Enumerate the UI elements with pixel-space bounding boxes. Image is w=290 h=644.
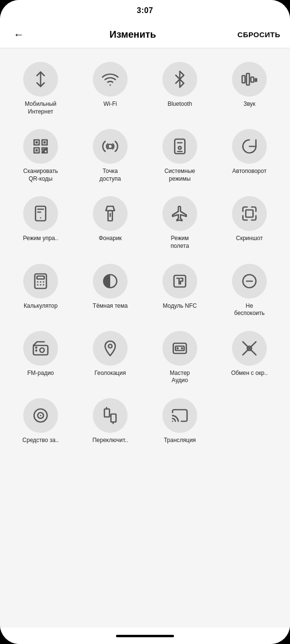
grid-item-screen-record[interactable]: Средство за..	[7, 392, 74, 448]
grid-item-auto-rotate[interactable]: Автоповорот	[216, 123, 283, 186]
svg-rect-15	[44, 150, 47, 153]
grid-item-audio-master[interactable]: Мастер Аудио	[146, 325, 214, 388]
item-label-nfc: Модуль NFC	[163, 302, 197, 310]
svg-rect-5	[255, 79, 257, 82]
nfc-icon	[162, 264, 197, 299]
svg-point-16	[108, 144, 113, 149]
control-mode-icon	[23, 196, 58, 231]
content-area: Мобильный ИнтернетWi-FiBluetoothЗвукСкан…	[0, 48, 290, 628]
back-button[interactable]: ←	[10, 25, 28, 45]
svg-point-42	[181, 347, 183, 350]
mobile-internet-icon	[23, 62, 58, 97]
item-label-sim-switch: Переключит..	[92, 437, 128, 444]
item-label-nearby-share: Обмен с окр..	[231, 370, 267, 377]
phone-screen: 3:07 ← Изменить СБРОСИТЬ Мобильный Интер…	[0, 0, 290, 644]
grid-item-hotspot[interactable]: Точка доступа	[76, 123, 144, 186]
item-label-airplane: Режим полета	[171, 235, 189, 250]
svg-point-26	[43, 281, 44, 283]
bluetooth-icon	[162, 62, 197, 97]
svg-rect-9	[44, 142, 46, 144]
grid-item-fm-radio[interactable]: FM-радио	[7, 325, 74, 388]
dark-theme-icon	[93, 264, 128, 299]
grid-item-qr-scan[interactable]: Сканировать QR-коды	[7, 123, 74, 186]
airplane-icon	[162, 196, 197, 231]
bottom-bar	[0, 628, 290, 644]
wifi-icon	[93, 62, 128, 97]
svg-rect-4	[251, 77, 254, 83]
item-label-system-modes: Системные режимы	[164, 168, 195, 183]
grid-item-dark-theme[interactable]: Тёмная тема	[76, 258, 144, 321]
screenshot-icon	[232, 196, 267, 231]
svg-point-28	[40, 284, 42, 286]
grid-item-sound[interactable]: Звук	[216, 56, 283, 119]
grid-item-wifi[interactable]: Wi-Fi	[76, 56, 144, 119]
item-label-do-not-disturb: Не беспокоить	[234, 302, 264, 317]
item-label-wifi: Wi-Fi	[103, 100, 117, 108]
svg-rect-3	[246, 73, 249, 85]
item-label-audio-master: Мастер Аудио	[170, 370, 190, 385]
status-bar: 3:07	[0, 0, 290, 21]
svg-rect-19	[36, 206, 46, 221]
item-label-bluetooth: Bluetooth	[168, 100, 192, 108]
svg-rect-7	[36, 142, 38, 144]
svg-point-41	[176, 347, 179, 350]
item-label-hotspot: Точка доступа	[100, 168, 121, 183]
audio-master-icon	[162, 331, 197, 366]
screen-record-icon	[23, 398, 58, 433]
grid-item-flashlight[interactable]: Фонарик	[76, 190, 144, 254]
grid-item-screenshot[interactable]: Скриншот	[216, 190, 283, 254]
svg-rect-11	[36, 149, 38, 152]
hotspot-icon	[93, 129, 128, 164]
grid-item-do-not-disturb[interactable]: Не беспокоить	[216, 258, 283, 321]
item-label-control-mode: Режим упра..	[23, 235, 58, 243]
item-label-calculator: Калькулятор	[24, 302, 58, 310]
svg-point-35	[40, 348, 44, 352]
calculator-icon	[23, 264, 58, 299]
item-label-dark-theme: Тёмная тема	[93, 302, 128, 310]
auto-rotate-icon	[232, 129, 267, 164]
item-label-cast: Трансляция	[164, 437, 196, 444]
item-label-geolocation: Геолокация	[95, 370, 126, 377]
grid-item-system-modes[interactable]: Системные режимы	[146, 123, 214, 186]
item-label-screenshot: Скриншот	[236, 235, 262, 243]
grid-item-control-mode[interactable]: Режим упра..	[7, 190, 74, 254]
svg-point-24	[37, 281, 39, 283]
item-label-sound: Звук	[244, 100, 256, 108]
geolocation-icon	[93, 331, 128, 366]
item-label-flashlight: Фонарик	[99, 235, 122, 243]
grid-item-airplane[interactable]: Режим полета	[146, 190, 214, 254]
svg-point-18	[178, 146, 181, 149]
grid-item-mobile-internet[interactable]: Мобильный Интернет	[7, 56, 74, 119]
svg-rect-48	[111, 414, 116, 422]
do-not-disturb-icon	[232, 264, 267, 299]
grid-item-nfc[interactable]: Модуль NFC	[146, 258, 214, 321]
grid-item-sim-switch[interactable]: Переключит..	[76, 392, 144, 448]
top-bar: ← Изменить СБРОСИТЬ	[0, 21, 290, 48]
item-label-qr-scan: Сканировать QR-коды	[23, 168, 58, 183]
system-modes-icon	[162, 129, 197, 164]
home-indicator[interactable]	[116, 635, 174, 637]
grid-item-cast[interactable]: Трансляция	[146, 392, 214, 448]
svg-point-38	[108, 344, 112, 348]
grid-item-nearby-share[interactable]: Обмен с окр..	[216, 325, 283, 388]
fm-radio-icon	[23, 331, 58, 366]
item-label-fm-radio: FM-радио	[27, 370, 54, 377]
svg-point-27	[37, 284, 39, 286]
flashlight-icon	[93, 196, 128, 231]
sound-icon	[232, 62, 267, 97]
svg-point-1	[110, 85, 111, 86]
grid-item-bluetooth[interactable]: Bluetooth	[146, 56, 214, 119]
svg-point-29	[43, 284, 44, 286]
page-title: Изменить	[110, 29, 156, 40]
svg-point-46	[40, 415, 42, 416]
qr-icon	[23, 129, 58, 164]
item-label-auto-rotate: Автоповорот	[232, 168, 267, 175]
status-time: 3:07	[137, 6, 153, 15]
svg-rect-14	[42, 152, 44, 153]
nearby-share-icon	[232, 331, 267, 366]
svg-rect-47	[104, 409, 110, 417]
grid-item-geolocation[interactable]: Геолокация	[76, 325, 144, 388]
grid-item-calculator[interactable]: Калькулятор	[7, 258, 74, 321]
svg-rect-21	[246, 210, 253, 217]
reset-button[interactable]: СБРОСИТЬ	[237, 30, 280, 39]
